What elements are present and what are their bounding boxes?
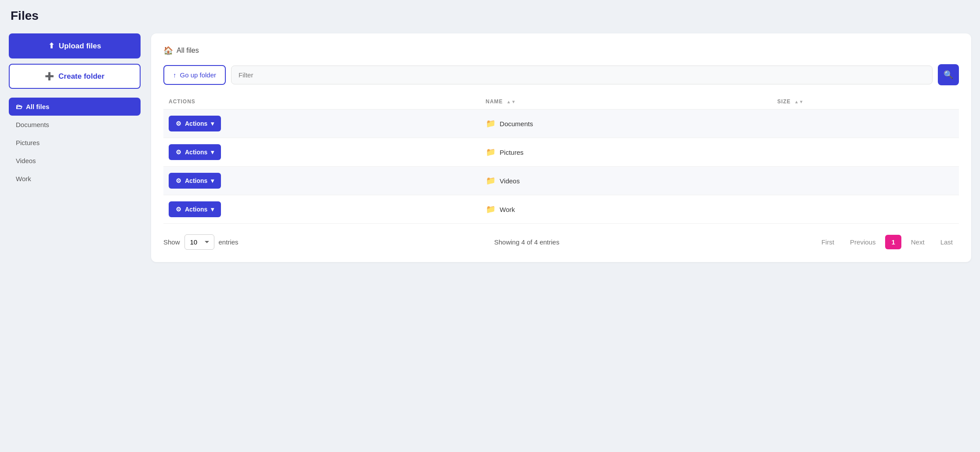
previous-page-button[interactable]: Previous (844, 235, 882, 249)
folder-cell-documents: 📁 Documents (486, 119, 767, 128)
entries-select[interactable]: 10 25 50 100 (184, 234, 214, 250)
go-up-icon: ↑ (173, 71, 177, 79)
file-table: ACTIONS NAME ▲▼ SIZE ▲▼ ⚙ Actions ▾ (163, 94, 959, 224)
table-footer: Show 10 25 50 100 entries Showing 4 of 4… (163, 234, 959, 250)
table-row: ⚙ Actions ▾ 📁 Work (163, 195, 959, 224)
next-page-button[interactable]: Next (905, 235, 931, 249)
folder-cell-work: 📁 Work (486, 204, 767, 214)
folder-name: Pictures (500, 149, 524, 156)
create-folder-button[interactable]: ➕ Create folder (9, 64, 141, 89)
sidebar: ⬆ Upload files ➕ Create folder 🗁 All fil… (9, 33, 141, 188)
show-entries: Show 10 25 50 100 entries (163, 234, 239, 250)
upload-icon: ⬆ (48, 41, 54, 51)
sidebar-item-documents[interactable]: Documents (9, 116, 141, 134)
size-cell (772, 109, 959, 138)
actions-button-work[interactable]: ⚙ Actions ▾ (169, 201, 221, 217)
table-row: ⚙ Actions ▾ 📁 Pictures (163, 138, 959, 167)
gear-icon: ⚙ (176, 206, 181, 213)
size-cell (772, 195, 959, 224)
first-page-button[interactable]: First (815, 235, 840, 249)
col-header-size[interactable]: SIZE ▲▼ (772, 94, 959, 109)
gear-icon: ⚙ (176, 120, 181, 127)
table-row: ⚙ Actions ▾ 📁 Videos (163, 167, 959, 195)
upload-files-button[interactable]: ⬆ Upload files (9, 33, 141, 58)
sort-size-icon: ▲▼ (794, 99, 804, 104)
main-layout: ⬆ Upload files ➕ Create folder 🗁 All fil… (9, 33, 971, 262)
toolbar: ↑ Go up folder 🔍 (163, 64, 959, 85)
sidebar-item-videos[interactable]: Videos (9, 152, 141, 170)
folder-name: Documents (500, 120, 533, 128)
folder-cell-pictures: 📁 Pictures (486, 147, 767, 157)
table-row: ⚙ Actions ▾ 📁 Documents (163, 109, 959, 138)
folder-name: Videos (500, 177, 520, 185)
last-page-button[interactable]: Last (934, 235, 959, 249)
create-folder-icon: ➕ (45, 72, 54, 81)
sort-name-icon: ▲▼ (506, 99, 516, 104)
current-page-button[interactable]: 1 (885, 235, 901, 249)
entries-info: Showing 4 of 4 entries (494, 238, 559, 246)
actions-button-documents[interactable]: ⚙ Actions ▾ (169, 116, 221, 131)
folder-cell-videos: 📁 Videos (486, 176, 767, 186)
size-cell (772, 138, 959, 167)
sidebar-item-pictures[interactable]: Pictures (9, 134, 141, 152)
sidebar-item-all-files[interactable]: 🗁 All files (9, 98, 141, 116)
folder-icon: 📁 (486, 204, 495, 214)
filter-input[interactable] (231, 66, 933, 84)
actions-button-pictures[interactable]: ⚙ Actions ▾ (169, 144, 221, 160)
actions-button-videos[interactable]: ⚙ Actions ▾ (169, 173, 221, 189)
folder-icon: 📁 (486, 119, 495, 128)
home-icon: 🏠 (163, 46, 173, 55)
sidebar-nav: 🗁 All files Documents Pictures Videos Wo… (9, 98, 141, 188)
folder-closed-icon: 🗁 (16, 103, 22, 110)
page-title: Files (9, 9, 971, 23)
gear-icon: ⚙ (176, 177, 181, 184)
search-button[interactable]: 🔍 (938, 64, 959, 85)
col-header-name[interactable]: NAME ▲▼ (481, 94, 772, 109)
search-icon: 🔍 (944, 70, 953, 80)
sidebar-item-work[interactable]: Work (9, 170, 141, 188)
folder-name: Work (500, 206, 515, 213)
go-up-folder-button[interactable]: ↑ Go up folder (163, 65, 226, 85)
folder-icon: 📁 (486, 147, 495, 157)
size-cell (772, 167, 959, 195)
content-area: 🏠 All files ↑ Go up folder 🔍 ACTIONS (151, 33, 971, 262)
folder-icon: 📁 (486, 176, 495, 186)
pagination: First Previous 1 Next Last (815, 235, 959, 249)
gear-icon: ⚙ (176, 149, 181, 156)
col-header-actions: ACTIONS (163, 94, 481, 109)
breadcrumb: 🏠 All files (163, 46, 959, 55)
